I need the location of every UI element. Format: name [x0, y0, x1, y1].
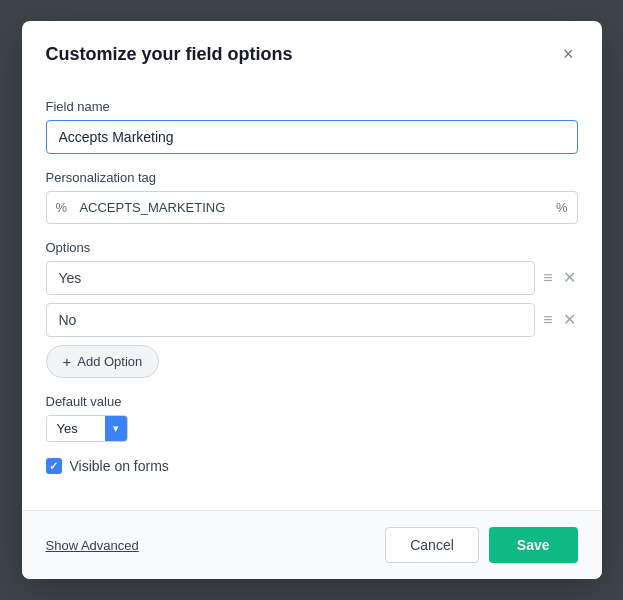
modal-body: Field name Personalization tag % % Optio…	[22, 83, 602, 510]
option-input-2[interactable]	[46, 303, 536, 337]
option-input-1[interactable]	[46, 261, 536, 295]
option-row-2: ≡ ✕	[46, 303, 578, 337]
personalization-suffix: %	[556, 200, 568, 215]
cancel-button[interactable]: Cancel	[385, 527, 479, 563]
drag-icon-2: ≡	[543, 311, 552, 329]
remove-option-2-button[interactable]: ✕	[561, 310, 578, 330]
field-name-input[interactable]	[46, 120, 578, 154]
option-row-1: ≡ ✕	[46, 261, 578, 295]
default-value-select-wrap: Yes No ▾	[46, 415, 128, 442]
drag-icon-1: ≡	[543, 269, 552, 287]
select-arrow-icon: ▾	[105, 416, 127, 441]
modal-title: Customize your field options	[46, 44, 293, 65]
modal-dialog: Customize your field options × Field nam…	[22, 21, 602, 579]
field-name-group: Field name	[46, 99, 578, 154]
show-advanced-button[interactable]: Show Advanced	[46, 538, 139, 553]
add-option-icon: +	[63, 353, 72, 370]
save-button[interactable]: Save	[489, 527, 578, 563]
default-value-label: Default value	[46, 394, 578, 409]
options-section: Options ≡ ✕ ≡ ✕ + Add Option	[46, 240, 578, 378]
close-button[interactable]: ×	[559, 41, 578, 67]
modal-overlay: Customize your field options × Field nam…	[0, 0, 623, 600]
visible-on-forms-checkbox[interactable]: ✓	[46, 458, 62, 474]
footer-buttons: Cancel Save	[385, 527, 577, 563]
remove-option-1-button[interactable]: ✕	[561, 268, 578, 288]
options-label: Options	[46, 240, 578, 255]
modal-footer: Show Advanced Cancel Save	[22, 510, 602, 579]
modal-header: Customize your field options ×	[22, 21, 602, 83]
checkmark-icon: ✓	[49, 460, 58, 473]
add-option-label: Add Option	[77, 354, 142, 369]
default-value-select[interactable]: Yes No	[47, 416, 107, 441]
personalization-tag-input[interactable]	[46, 191, 578, 224]
personalization-tag-label: Personalization tag	[46, 170, 578, 185]
visible-on-forms-row: ✓ Visible on forms	[46, 458, 578, 474]
field-name-label: Field name	[46, 99, 578, 114]
visible-on-forms-label: Visible on forms	[70, 458, 169, 474]
personalization-tag-group: Personalization tag % %	[46, 170, 578, 224]
personalization-wrap: % %	[46, 191, 578, 224]
add-option-button[interactable]: + Add Option	[46, 345, 160, 378]
personalization-prefix: %	[56, 200, 68, 215]
default-value-section: Default value Yes No ▾	[46, 394, 578, 442]
